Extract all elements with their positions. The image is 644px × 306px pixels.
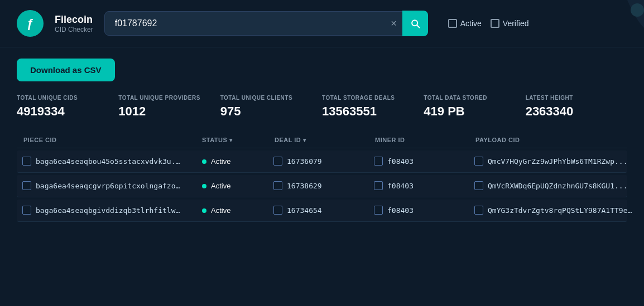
- search-icon: [410, 18, 421, 29]
- copy-deal-id-icon-0[interactable]: [275, 158, 282, 166]
- cell-status-2: Active: [202, 206, 275, 215]
- search-input[interactable]: [104, 11, 428, 36]
- cell-payload-cid-1: QmVcRXWDq6EpUQZdnzhnGU7s8KGU1...: [475, 182, 627, 190]
- col-status[interactable]: Status ▾: [202, 137, 275, 143]
- cell-deal-id-2: 16734654: [275, 206, 375, 215]
- status-dot-2: [202, 208, 206, 213]
- copy-piece-cid-icon-1[interactable]: [23, 182, 31, 190]
- filter-active[interactable]: Active: [448, 19, 482, 28]
- stat-value-2: 975: [220, 104, 322, 119]
- verified-checkbox[interactable]: [491, 19, 499, 28]
- main-content: Download as CSV TOTAL UNIQUE CIDS 491933…: [0, 47, 644, 235]
- stat-label-1: TOTAL UNIQUE PROVIDERS: [118, 95, 220, 101]
- table-body: baga6ea4seaqbou45o5sstacxvdvk3u... Activ…: [17, 150, 627, 222]
- col-deal-id[interactable]: Deal ID ▾: [275, 137, 375, 143]
- copy-miner-id-icon-0[interactable]: [375, 158, 383, 166]
- search-container: ×: [104, 11, 428, 36]
- active-checkbox[interactable]: [448, 19, 457, 28]
- filter-verified[interactable]: Verified: [491, 19, 529, 28]
- stats-row: TOTAL UNIQUE CIDS 4919334 TOTAL UNIQUE P…: [17, 95, 627, 119]
- filter-options: Active Verified: [448, 19, 529, 28]
- logo-text-container: Filecoin CID Checker: [55, 14, 93, 33]
- search-button[interactable]: [402, 11, 428, 36]
- stat-value-5: 2363340: [526, 104, 627, 119]
- cell-status-0: Active: [202, 157, 275, 166]
- col-payload-cid: PAYLOAD CID: [475, 137, 621, 143]
- clear-icon: ×: [391, 18, 397, 30]
- stat-label-3: TOTAL STORAGE DEALS: [322, 95, 424, 101]
- stat-label-0: TOTAL UNIQUE CIDS: [17, 95, 118, 101]
- stat-item-3: TOTAL STORAGE DEALS 13563551: [322, 95, 424, 119]
- stat-label-4: TOTAL DATA STORED: [424, 95, 525, 101]
- copy-piece-cid-icon-2[interactable]: [23, 207, 31, 215]
- verified-label: Verified: [503, 19, 529, 28]
- copy-miner-id-icon-2[interactable]: [375, 207, 383, 215]
- svg-point-0: [631, 3, 644, 17]
- table-row: baga6ea4seaqbgivddizqb3tlrhfitlwah... Ac…: [17, 200, 627, 222]
- cell-status-1: Active: [202, 182, 275, 190]
- copy-payload-cid-icon-2[interactable]: [475, 207, 483, 215]
- deal-id-sort-icon: ▾: [303, 137, 306, 143]
- stat-item-0: TOTAL UNIQUE CIDS 4919334: [17, 95, 118, 119]
- cell-miner-id-1: f08403: [375, 182, 475, 190]
- col-piece-cid: PIECE CID: [23, 137, 202, 143]
- copy-miner-id-icon-1[interactable]: [375, 182, 383, 190]
- cell-piece-cid-0: baga6ea4seaqbou45o5sstacxvdvk3u...: [23, 157, 202, 166]
- cell-deal-id-0: 16736079: [275, 157, 375, 166]
- copy-deal-id-icon-1[interactable]: [275, 182, 282, 190]
- cell-piece-cid-1: baga6ea4seaqcgvrp6opitcxolngafzo...: [23, 182, 202, 190]
- table-row: baga6ea4seaqbou45o5sstacxvdvk3u... Activ…: [17, 150, 627, 173]
- cell-deal-id-1: 16738629: [275, 182, 375, 190]
- status-text-1: Active: [211, 182, 230, 190]
- status-text-2: Active: [211, 206, 230, 215]
- stat-item-4: TOTAL DATA STORED 419 PB: [424, 95, 525, 119]
- download-csv-button[interactable]: Download as CSV: [17, 59, 115, 81]
- status-text-0: Active: [211, 157, 230, 166]
- status-dot-1: [202, 184, 206, 188]
- status-sort-icon: ▾: [229, 137, 233, 143]
- header: ƒ Filecoin CID Checker × Active: [0, 0, 644, 47]
- status-dot-0: [202, 159, 206, 164]
- stat-value-4: 419 PB: [424, 104, 525, 119]
- table-header: PIECE CID Status ▾ Deal ID ▾ MINER ID PA…: [17, 132, 627, 148]
- cell-payload-cid-0: QmcV7HQyGrZz9wJPhYbWs6TM1RZwp...: [475, 157, 627, 166]
- copy-payload-cid-icon-1[interactable]: [475, 182, 483, 190]
- app-subtitle: CID Checker: [55, 26, 93, 33]
- stat-label-2: TOTAL UNIQUE CLIENTS: [220, 95, 322, 101]
- table-container: PIECE CID Status ▾ Deal ID ▾ MINER ID PA…: [17, 132, 627, 222]
- logo-icon: ƒ: [17, 10, 44, 37]
- logo-letter: ƒ: [27, 16, 33, 31]
- stat-value-1: 1012: [118, 104, 220, 119]
- copy-piece-cid-icon-0[interactable]: [23, 158, 31, 166]
- table-row: baga6ea4seaqcgvrp6opitcxolngafzo... Acti…: [17, 175, 627, 197]
- stat-value-3: 13563551: [322, 104, 424, 119]
- cell-payload-cid-2: QmYG3zTdvrZgtv8rqPQStLY987A1TT9eT...: [475, 206, 633, 215]
- copy-deal-id-icon-2[interactable]: [275, 207, 282, 215]
- cell-miner-id-2: f08403: [375, 206, 475, 215]
- cell-miner-id-0: f08403: [375, 157, 475, 166]
- stat-value-0: 4919334: [17, 104, 118, 119]
- search-clear-button[interactable]: ×: [388, 16, 399, 32]
- copy-payload-cid-icon-0[interactable]: [475, 158, 483, 166]
- stat-item-2: TOTAL UNIQUE CLIENTS 975: [220, 95, 322, 119]
- active-label: Active: [460, 19, 482, 28]
- stat-label-5: LATEST HEIGHT: [526, 95, 627, 101]
- col-miner-id: MINER ID: [375, 137, 475, 143]
- cell-piece-cid-2: baga6ea4seaqbgivddizqb3tlrhfitlwah...: [23, 206, 202, 215]
- stat-item-1: TOTAL UNIQUE PROVIDERS 1012: [118, 95, 220, 119]
- app-title: Filecoin: [55, 14, 93, 26]
- stat-item-5: LATEST HEIGHT 2363340: [526, 95, 627, 119]
